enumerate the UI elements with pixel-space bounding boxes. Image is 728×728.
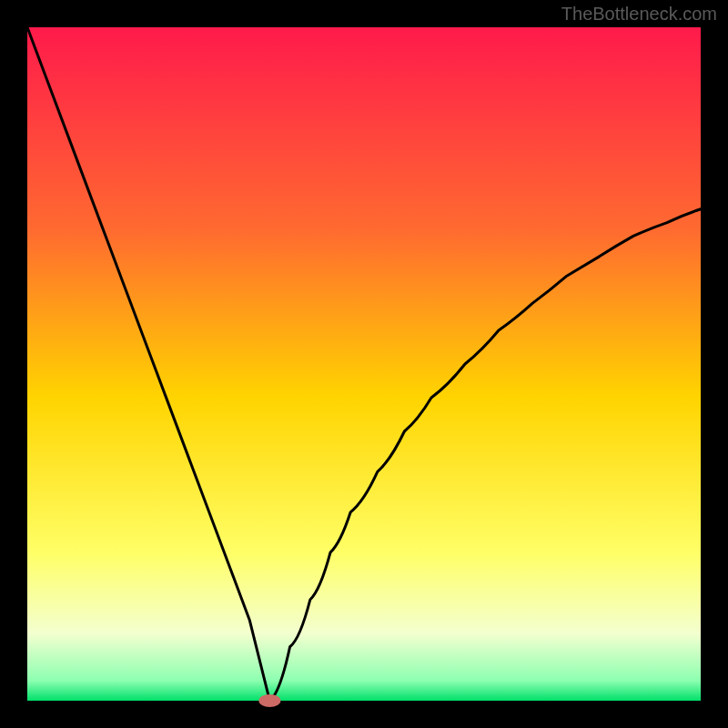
bottleneck-chart: [0, 0, 728, 728]
chart-frame: { "watermark": "TheBottleneck.com", "cha…: [0, 0, 728, 728]
plot-background: [27, 27, 701, 701]
min-marker: [258, 694, 280, 707]
watermark-text: TheBottleneck.com: [561, 4, 717, 25]
